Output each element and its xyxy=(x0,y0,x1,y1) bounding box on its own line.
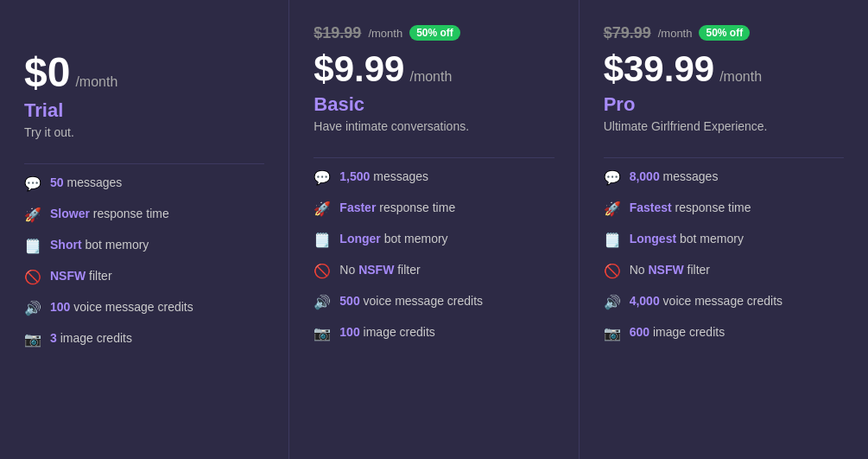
feature-icon-pro-2: 🗒️ xyxy=(604,232,621,248)
plan-name-basic: Basic xyxy=(314,93,554,116)
plan-top-row-trial xyxy=(24,21,264,45)
feature-text-basic-5: 100 image credits xyxy=(339,324,435,341)
badge-off-pro: 50% off xyxy=(699,25,750,41)
feature-highlight-basic-0: 1,500 xyxy=(339,169,370,183)
feature-highlight-trial-4: 100 xyxy=(50,300,70,314)
price-big-basic: $9.99 xyxy=(314,48,404,90)
feature-highlight-basic-1: Faster xyxy=(339,201,376,214)
feature-highlight-trial-0: 50 xyxy=(50,175,64,189)
feature-icon-pro-5: 📷 xyxy=(604,325,621,341)
feature-icon-basic-2: 🗒️ xyxy=(314,232,331,248)
features-list-basic: 💬1,500 messages🚀Faster response time🗒️Lo… xyxy=(314,169,554,341)
feature-highlight-pro-3: NSFW xyxy=(648,263,683,277)
per-month-main-basic: /month xyxy=(409,69,452,85)
feature-item-trial-4: 🔊100 voice message credits xyxy=(24,299,264,316)
feature-text-pro-3: No NSFW filter xyxy=(630,262,710,279)
plan-card-trial: $0/monthTrialTry it out.💬50 messages🚀Slo… xyxy=(0,0,289,459)
feature-text-basic-2: Longer bot memory xyxy=(339,231,447,248)
feature-text-trial-3: NSFW filter xyxy=(50,268,112,285)
feature-icon-basic-3: 🚫 xyxy=(314,263,331,279)
feature-text-basic-0: 1,500 messages xyxy=(339,169,428,186)
feature-icon-trial-0: 💬 xyxy=(24,175,41,192)
feature-item-pro-1: 🚀Fastest response time xyxy=(604,200,844,217)
plan-desc-pro: Ultimate Girlfriend Experience. xyxy=(604,119,844,133)
feature-item-trial-5: 📷3 image credits xyxy=(24,330,264,347)
badge-off-basic: 50% off xyxy=(409,25,460,41)
feature-icon-basic-0: 💬 xyxy=(314,169,331,186)
price-big-trial: $0 xyxy=(24,48,70,96)
feature-text-pro-5: 600 image credits xyxy=(630,324,725,341)
feature-item-trial-3: 🚫NSFW filter xyxy=(24,268,264,285)
original-price-basic: $19.99 xyxy=(314,24,361,42)
plan-desc-basic: Have intimate conversations. xyxy=(314,119,554,133)
feature-highlight-pro-0: 8,000 xyxy=(630,169,660,183)
feature-item-basic-1: 🚀Faster response time xyxy=(314,200,554,217)
feature-highlight-trial-3: NSFW xyxy=(50,269,86,283)
feature-icon-trial-1: 🚀 xyxy=(24,207,41,223)
plan-desc-trial: Try it out. xyxy=(24,125,264,139)
feature-text-pro-0: 8,000 messages xyxy=(630,169,719,186)
feature-highlight-trial-1: Slower xyxy=(50,207,90,220)
price-main-row-basic: $9.99/month xyxy=(314,48,554,90)
plan-name-pro: Pro xyxy=(604,93,844,116)
price-big-pro: $39.99 xyxy=(604,48,714,90)
feature-icon-pro-0: 💬 xyxy=(604,169,621,186)
feature-item-basic-2: 🗒️Longer bot memory xyxy=(314,231,554,248)
feature-text-trial-0: 50 messages xyxy=(50,175,122,192)
feature-text-pro-4: 4,000 voice message credits xyxy=(630,293,782,310)
feature-text-basic-4: 500 voice message credits xyxy=(339,293,483,310)
plan-name-trial: Trial xyxy=(24,99,264,122)
divider-pro xyxy=(604,157,844,158)
divider-basic xyxy=(314,157,554,158)
feature-highlight-trial-5: 3 xyxy=(50,331,57,345)
original-price-pro: $79.99 xyxy=(604,24,651,42)
price-main-row-pro: $39.99/month xyxy=(604,48,844,90)
feature-highlight-pro-5: 600 xyxy=(630,325,649,339)
feature-item-basic-3: 🚫No NSFW filter xyxy=(314,262,554,279)
feature-icon-trial-2: 🗒️ xyxy=(24,238,41,254)
feature-item-pro-0: 💬8,000 messages xyxy=(604,169,844,186)
divider-trial xyxy=(24,163,264,164)
feature-item-trial-2: 🗒️Short bot memory xyxy=(24,237,264,254)
plan-card-pro: $79.99/month50% off$39.99/monthProUltima… xyxy=(580,0,868,459)
feature-highlight-basic-2: Longer xyxy=(339,232,380,245)
feature-text-pro-2: Longest bot memory xyxy=(630,231,744,248)
feature-highlight-pro-4: 4,000 xyxy=(630,294,660,308)
feature-highlight-trial-2: Short xyxy=(50,238,82,252)
per-month-main-trial: /month xyxy=(75,74,117,90)
feature-icon-pro-3: 🚫 xyxy=(604,263,621,279)
per-month-main-pro: /month xyxy=(719,69,762,85)
feature-text-trial-1: Slower response time xyxy=(50,206,169,223)
feature-highlight-basic-3: NSFW xyxy=(358,263,394,277)
feature-item-trial-0: 💬50 messages xyxy=(24,175,264,192)
per-month-small-pro: /month xyxy=(658,27,693,40)
feature-item-basic-0: 💬1,500 messages xyxy=(314,169,554,186)
feature-item-pro-3: 🚫No NSFW filter xyxy=(604,262,844,279)
plan-top-row-pro: $79.99/month50% off xyxy=(604,21,844,45)
feature-text-pro-1: Fastest response time xyxy=(630,200,751,217)
feature-icon-trial-5: 📷 xyxy=(24,331,41,347)
feature-highlight-basic-5: 100 xyxy=(339,325,359,339)
feature-icon-pro-4: 🔊 xyxy=(604,294,621,310)
features-list-trial: 💬50 messages🚀Slower response time🗒️Short… xyxy=(24,175,264,347)
plan-card-basic: $19.99/month50% off$9.99/monthBasicHave … xyxy=(289,0,579,459)
feature-text-trial-4: 100 voice message credits xyxy=(50,299,193,316)
feature-icon-basic-4: 🔊 xyxy=(314,294,331,310)
feature-text-basic-3: No NSFW filter xyxy=(339,262,420,279)
feature-item-pro-2: 🗒️Longest bot memory xyxy=(604,231,844,248)
feature-icon-trial-3: 🚫 xyxy=(24,269,41,285)
feature-item-pro-5: 📷600 image credits xyxy=(604,324,844,341)
features-list-pro: 💬8,000 messages🚀Fastest response time🗒️L… xyxy=(604,169,844,341)
feature-highlight-basic-4: 500 xyxy=(339,294,359,308)
plan-top-row-basic: $19.99/month50% off xyxy=(314,21,554,45)
feature-item-pro-4: 🔊4,000 voice message credits xyxy=(604,293,844,310)
feature-text-trial-2: Short bot memory xyxy=(50,237,149,254)
feature-item-basic-5: 📷100 image credits xyxy=(314,324,554,341)
feature-text-basic-1: Faster response time xyxy=(339,200,455,217)
feature-item-trial-1: 🚀Slower response time xyxy=(24,206,264,223)
per-month-small-basic: /month xyxy=(368,27,402,40)
feature-icon-basic-1: 🚀 xyxy=(314,201,331,217)
feature-highlight-pro-2: Longest xyxy=(630,232,676,245)
plans-container: $0/monthTrialTry it out.💬50 messages🚀Slo… xyxy=(0,0,868,459)
feature-item-basic-4: 🔊500 voice message credits xyxy=(314,293,554,310)
